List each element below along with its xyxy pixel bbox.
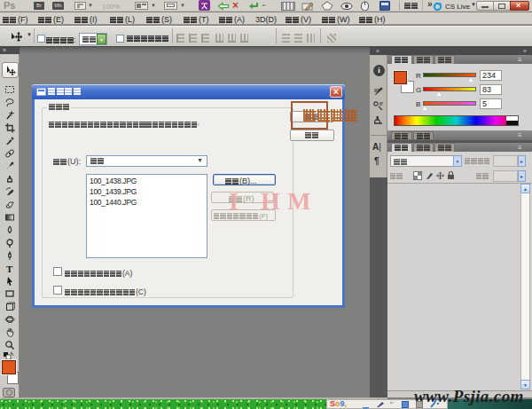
- svg-text:T: T: [6, 263, 13, 274]
